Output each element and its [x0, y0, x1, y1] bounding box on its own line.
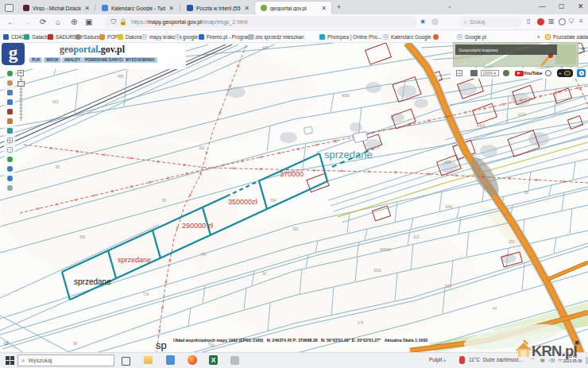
svg-text:88: 88 [524, 191, 529, 195]
svg-text:83: 83 [56, 165, 60, 169]
svg-text:290000 zł: 290000 zł [182, 222, 213, 230]
svg-text:4080: 4080 [342, 94, 350, 98]
svg-text:253: 253 [509, 240, 515, 244]
svg-text:3010: 3010 [373, 269, 382, 273]
svg-text:716: 716 [143, 292, 149, 296]
svg-text:sprzedane: sprzedane [324, 149, 373, 161]
svg-text:509: 509 [445, 285, 451, 289]
svg-text:303: 303 [292, 227, 299, 231]
svg-text:3041: 3041 [445, 205, 454, 209]
svg-text:304: 304 [270, 199, 277, 203]
svg-text:463: 463 [52, 100, 59, 104]
svg-text:408/10: 408/10 [380, 248, 391, 252]
svg-text:98: 98 [73, 342, 78, 346]
svg-text:459: 459 [118, 75, 124, 79]
svg-text:90: 90 [162, 199, 167, 203]
svg-text:sprzedane: sprzedane [118, 256, 151, 264]
svg-text:k100: k100 [518, 113, 526, 117]
svg-text:w100: w100 [477, 124, 485, 128]
svg-text:44: 44 [493, 307, 497, 311]
svg-text:sprzedane: sprzedane [74, 277, 111, 286]
svg-text:313: 313 [413, 235, 420, 239]
svg-text:275: 275 [358, 321, 364, 325]
svg-text:706: 706 [200, 253, 207, 257]
svg-text:KRN.pl: KRN.pl [532, 343, 577, 359]
svg-text:370000: 370000 [280, 170, 304, 178]
svg-text:97: 97 [334, 140, 338, 144]
svg-text:448: 448 [262, 46, 269, 50]
svg-text:350000zł: 350000zł [228, 198, 257, 206]
svg-text:30: 30 [262, 272, 267, 276]
svg-text:365: 365 [79, 235, 86, 239]
svg-text:410: 410 [445, 161, 451, 165]
svg-text:302: 302 [199, 146, 205, 150]
svg-text:708: 708 [208, 343, 215, 347]
